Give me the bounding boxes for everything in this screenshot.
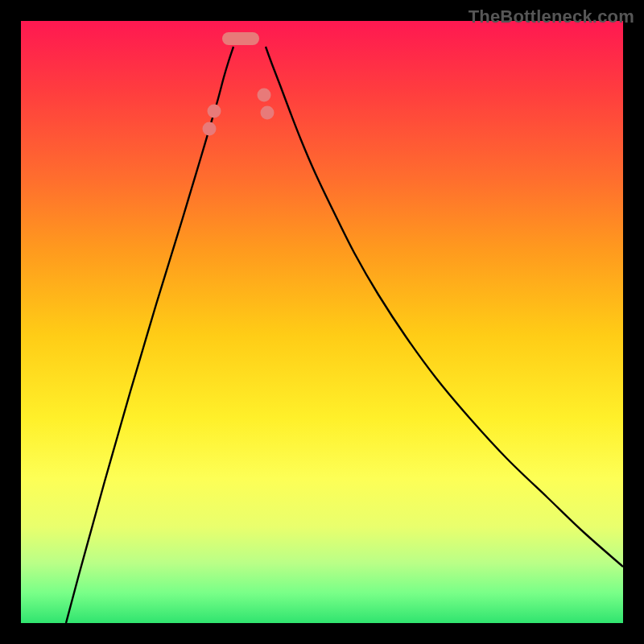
marker-dot: [258, 89, 271, 102]
curve-right-branch: [266, 47, 623, 567]
marker-dot: [261, 106, 275, 120]
marker-dots-group: [203, 89, 275, 136]
curve-svg: [21, 21, 623, 623]
watermark-text: TheBottleneck.com: [469, 6, 634, 27]
trough-bar: [222, 32, 259, 45]
marker-dot: [203, 122, 217, 136]
marker-dot: [208, 105, 221, 118]
plot-area: [21, 21, 623, 623]
